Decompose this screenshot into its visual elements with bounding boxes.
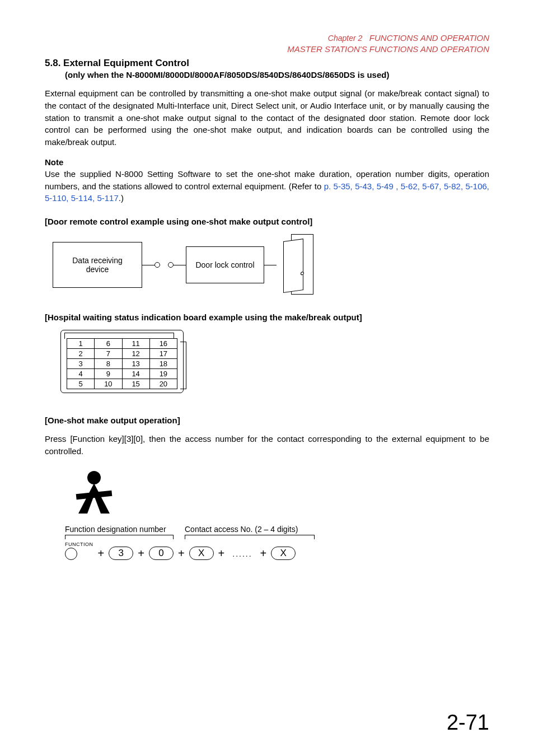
table-row: 4 9 14 19 [67,369,177,379]
plus-icon: + [217,547,226,560]
cell: 5 [67,379,95,389]
cell: 9 [95,369,122,379]
cell: 6 [95,339,122,349]
cell: 10 [95,379,122,389]
terminal-icon [154,262,160,268]
board-number-table: 1 6 11 16 2 7 12 17 3 8 13 18 4 9 14 1 [67,338,177,389]
wire [174,265,186,265]
subhead-door-remote: [Door remote control example using one-s… [45,217,489,226]
door-remote-diagram: Data receiving device Door lock control [53,234,489,296]
indication-board-diagram: 1 6 11 16 2 7 12 17 3 8 13 18 4 9 14 1 [60,330,195,393]
cell: 7 [95,349,122,359]
chapter-label: Chapter 2 [328,34,362,43]
subhead-one-shot-operation: [One-shot make output operation] [45,416,489,425]
chapter-title: FUNCTIONS AND OPERATION [369,33,489,43]
table-row: 5 10 15 20 [67,379,177,389]
page-header: Chapter 2 FUNCTIONS AND OPERATION MASTER… [45,32,489,54]
table-row: 3 8 13 18 [67,359,177,369]
header-subtitle: MASTER STATION'S FUNCTIONS AND OPERATION [45,44,489,55]
main-paragraph: External equipment can be controlled by … [45,87,489,148]
section-title: 5.8. External Equipment Control [45,58,489,69]
cell: 17 [149,349,177,359]
section-condition: (only when the N-8000MI/8000DI/8000AF/80… [65,70,489,80]
cell: 18 [149,359,177,369]
contact-access-label: Contact access No. (2 – 4 digits) [185,525,315,534]
operation-instruction: Press [Function key][3][0], then the acc… [45,433,489,458]
person-icon [72,468,489,520]
cell: 3 [67,359,95,369]
cell: 1 [67,339,95,349]
table-row: 1 6 11 16 [67,339,177,349]
wire [142,265,154,265]
data-receiving-device-box: Data receiving device [53,242,142,288]
key-0: 0 [149,547,174,560]
wire [264,265,277,265]
function-key-label: FUNCTION [65,542,93,547]
plus-icon: + [177,547,186,560]
cell: 4 [67,369,95,379]
key-x: X [271,547,296,560]
door-icon [283,234,317,296]
cell: 14 [122,369,149,379]
key-x: X [189,547,214,560]
cell: 20 [149,379,177,389]
subhead-hospital-board: [Hospital waiting status indication boar… [45,312,489,322]
page-number: 2-71 [447,711,489,735]
cell: 2 [67,349,95,359]
cell: 13 [122,359,149,369]
plus-icon: + [259,547,268,560]
note-text: Use the supplied N-8000 Setting Software… [45,168,489,204]
contact-pair [154,262,174,268]
key-3: 3 [109,547,133,560]
key-sequence: FUNCTION + 3 + 0 + X + ······ + X [65,542,489,560]
note-suffix: .) [119,193,124,203]
plus-icon: + [137,547,146,560]
cell: 19 [149,369,177,379]
cell: 11 [122,339,149,349]
note-label: Note [45,157,489,167]
svg-point-0 [87,471,101,484]
door-lock-control-box: Door lock control [186,246,264,283]
plus-icon: + [97,547,106,560]
function-designation-label: Function designation number [65,525,174,534]
function-key-icon [65,548,77,560]
cell: 12 [122,349,149,359]
terminal-icon [168,262,174,268]
cell: 8 [95,359,122,369]
ellipsis-icon: ······ [229,551,255,560]
cell: 15 [122,379,149,389]
cell: 16 [149,339,177,349]
table-row: 2 7 12 17 [67,349,177,359]
